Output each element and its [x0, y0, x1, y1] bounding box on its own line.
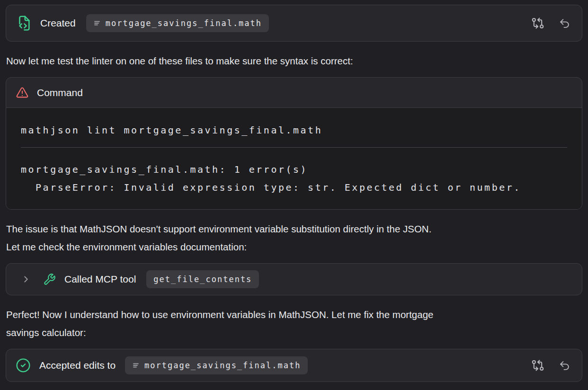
paragraph-line: savings calculator:	[6, 324, 582, 342]
command-card-header: Command	[6, 78, 582, 108]
file-lines-icon	[93, 19, 101, 27]
accepted-edits-card[interactable]: Accepted edits to mortgage_savings_final…	[6, 349, 582, 382]
output-line: ParseError: Invalid expression type: str…	[21, 178, 567, 196]
command-line: mathjson lint mortgage_savings_final.mat…	[21, 121, 567, 139]
file-lines-icon	[132, 362, 140, 369]
paragraph-line: Let me check the environment variables d…	[6, 238, 582, 256]
paragraph-line: The issue is that MathJSON doesn't suppo…	[6, 220, 582, 238]
file-chip-label: mortgage_savings_final.math	[144, 361, 301, 370]
paragraph-line: Perfect! Now I understand how to use env…	[6, 306, 582, 324]
warning-triangle-icon	[16, 86, 29, 99]
file-code-icon	[16, 15, 32, 31]
command-card: Command mathjson lint mortgage_savings_f…	[6, 77, 582, 210]
created-file-card[interactable]: Created mortgage_savings_final.math	[6, 5, 582, 42]
tool-chip-label: get_file_contents	[153, 275, 252, 284]
chevron-right-icon[interactable]	[21, 274, 31, 284]
output-line: mortgage_savings_final.math: 1 error(s)	[21, 160, 567, 178]
file-chip-label: mortgage_savings_final.math	[106, 18, 262, 28]
command-card-title: Command	[37, 87, 83, 98]
chat-transcript: Created mortgage_savings_final.math	[0, 0, 588, 382]
git-compare-icon[interactable]	[531, 359, 544, 372]
mcp-tool-card[interactable]: Called MCP tool get_file_contents	[6, 263, 582, 295]
undo-icon[interactable]	[559, 18, 570, 29]
undo-icon[interactable]	[559, 360, 570, 372]
assistant-paragraph: Perfect! Now I understand how to use env…	[6, 306, 582, 342]
file-chip[interactable]: mortgage_savings_final.math	[125, 356, 308, 374]
paragraph-line: Now let me test the linter on one of the…	[6, 52, 582, 70]
wrench-icon	[43, 273, 56, 286]
terminal-divider	[21, 147, 567, 148]
mcp-card-title: Called MCP tool	[64, 274, 136, 285]
terminal-output: mathjson lint mortgage_savings_final.mat…	[6, 108, 582, 209]
assistant-paragraph: The issue is that MathJSON doesn't suppo…	[6, 220, 582, 256]
accepted-card-title: Accepted edits to	[39, 360, 116, 371]
assistant-paragraph: Now let me test the linter on one of the…	[6, 52, 582, 70]
file-chip[interactable]: mortgage_savings_final.math	[86, 14, 269, 32]
tool-chip[interactable]: get_file_contents	[146, 270, 259, 288]
git-compare-icon[interactable]	[531, 17, 544, 30]
created-card-title: Created	[40, 18, 76, 29]
check-circle-icon	[16, 358, 31, 373]
